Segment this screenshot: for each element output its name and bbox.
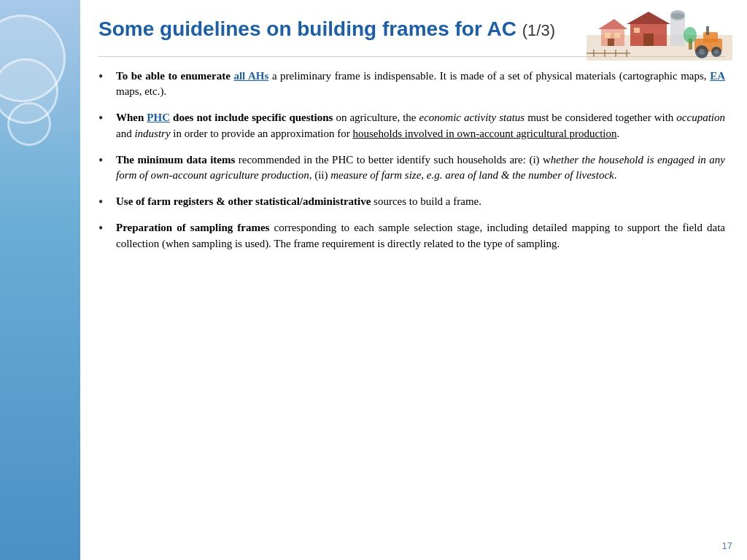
svg-rect-4 <box>634 28 640 33</box>
bullet-text: When PHC does not include specific quest… <box>116 110 725 142</box>
circle-decoration-3 <box>7 102 51 146</box>
bullet-text: The minimum data items recommended in th… <box>116 152 725 184</box>
bold-text: To be able to enumerate <box>116 70 233 82</box>
farm-illustration <box>587 6 732 61</box>
svg-marker-2 <box>627 12 670 24</box>
svg-rect-3 <box>643 34 654 46</box>
list-item: • The minimum data items recommended in … <box>98 152 725 184</box>
bullet-text: Preparation of sampling frames correspon… <box>116 220 725 252</box>
list-item: • To be able to enumerate all AHs a prel… <box>98 69 725 101</box>
bullet-dot: • <box>98 154 112 167</box>
bullet-dot: • <box>98 195 112 209</box>
main-content: Some guidelines on building frames for A… <box>80 0 747 560</box>
svg-point-7 <box>670 10 685 19</box>
svg-rect-11 <box>614 33 620 38</box>
slide-number: (1/3) <box>522 21 555 39</box>
sidebar <box>0 0 80 560</box>
bullet-list: • To be able to enumerate all AHs a prel… <box>98 69 725 252</box>
svg-rect-14 <box>703 32 718 42</box>
svg-rect-19 <box>706 26 709 35</box>
svg-point-17 <box>699 49 705 55</box>
bullet-text: Use of farm registers & other statistica… <box>116 194 725 210</box>
page-number: 17 <box>722 540 732 551</box>
svg-point-18 <box>714 50 719 54</box>
phc-link[interactable]: PHC <box>147 112 170 123</box>
all-ahs-link[interactable]: all AHs <box>233 70 268 82</box>
ea-link[interactable]: EA <box>710 70 725 82</box>
bullet-text: To be able to enumerate all AHs a prelim… <box>116 69 725 101</box>
title-text: Some guidelines on building frames for A… <box>98 18 516 40</box>
bullet-dot: • <box>98 222 112 235</box>
bullet-dot: • <box>98 112 112 125</box>
list-item: • Use of farm registers & other statisti… <box>98 194 725 210</box>
svg-rect-10 <box>605 33 611 38</box>
list-item: • Preparation of sampling frames corresp… <box>98 220 725 252</box>
svg-point-21 <box>684 27 697 43</box>
svg-rect-5 <box>670 17 685 46</box>
list-item: • When PHC does not include specific que… <box>98 110 725 142</box>
svg-marker-9 <box>598 19 627 29</box>
bullet-dot: • <box>98 70 112 83</box>
svg-rect-12 <box>608 39 614 46</box>
